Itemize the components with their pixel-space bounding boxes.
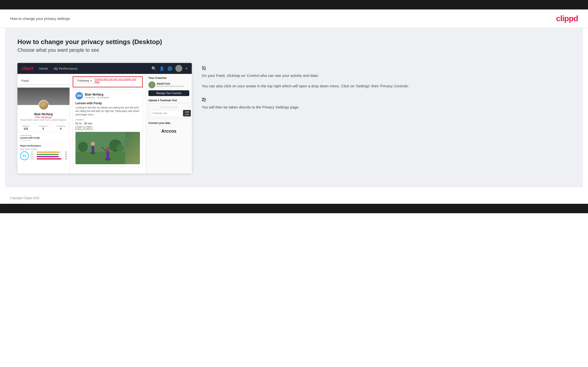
- bar-putt-fill: [37, 158, 61, 159]
- stat-activities: Activities 131: [22, 125, 30, 130]
- trackman-input[interactable]: [151, 110, 182, 116]
- app-feed: Following ▼ Control who can see your act…: [70, 74, 146, 173]
- player-performance: Player Performance Total Player Quality …: [17, 143, 69, 162]
- score-row: 92 OTT 90 APP: [20, 151, 67, 160]
- coach-club: ● Royal North Devon Golf Club: [157, 85, 184, 87]
- bar-app-track: [37, 154, 62, 155]
- stat-activities-value: 131: [22, 127, 30, 130]
- footer: Copyright Clippd 2022: [0, 192, 588, 204]
- bar-putt-label: PUTT: [30, 158, 36, 160]
- page-heading: How to change your privacy settings (Des…: [17, 38, 571, 46]
- step-2-text: You will then be taken directly to the P…: [202, 104, 571, 110]
- trackman-placeholder: Trackman Link: [151, 105, 187, 108]
- bar-arg: ARG 86: [30, 156, 67, 157]
- bottom-bar: [0, 204, 588, 213]
- coach-club-dot: ●: [157, 85, 158, 87]
- dropdown-icon: ▼: [90, 80, 92, 82]
- upload-title: Upload a Trackman Test: [148, 99, 189, 102]
- arccos-logo: Arccos: [148, 126, 189, 137]
- bar-ott-fill: [37, 152, 60, 153]
- bar-arg-track: [37, 156, 62, 157]
- bar-ott-value: 90: [63, 151, 67, 153]
- bar-arg-label: ARG: [30, 156, 36, 157]
- svg-point-10: [106, 147, 110, 152]
- post-header: BM Blair McHarg Yesterday · Sunningdale: [75, 92, 140, 100]
- step-1-number: 1): [202, 65, 571, 71]
- step-2-number: 2): [202, 97, 571, 102]
- bar-ott-track: [37, 152, 62, 153]
- content-layout: clippd Home My Performance 🔍 👤 🌐 ▼ Feed: [17, 63, 571, 173]
- stat-following: Following 4: [57, 125, 65, 130]
- bar-app-label: APP: [30, 154, 36, 155]
- app-screenshot: clippd Home My Performance 🔍 👤 🌐 ▼ Feed: [17, 63, 192, 173]
- stat-followers: Followers 3: [39, 125, 47, 130]
- profile-subtitle: Plus Handicap: [17, 116, 69, 119]
- post-tags: OTT APP: [75, 126, 140, 130]
- bar-arg-value: 86: [63, 156, 67, 157]
- bar-app: APP 85: [30, 154, 67, 155]
- player-quality-score: 92: [20, 151, 29, 160]
- post-duration-value: 01 hr : 30 min: [75, 122, 140, 125]
- add-link-button[interactable]: Add Link: [183, 110, 191, 116]
- svg-point-2: [78, 142, 88, 152]
- latest-activity-value: Lesson with Fordy: [20, 137, 67, 139]
- post-image: [75, 132, 140, 164]
- post-avatar: BM: [75, 92, 83, 100]
- profile-avatar: [39, 100, 49, 110]
- connect-title: Connect your data: [148, 122, 189, 124]
- coach-avatar: [148, 81, 155, 88]
- nav-right: 🔍 👤 🌐 ▼: [151, 65, 188, 72]
- bar-app-fill: [37, 154, 59, 155]
- golf-image-svg: [75, 132, 125, 164]
- player-perf-subtitle: Total Player Quality: [20, 148, 67, 150]
- post-meta: Yesterday · Sunningdale: [85, 96, 109, 99]
- profile-banner: [17, 88, 69, 105]
- app-body: Feed Blair McHarg Plus Handicap Royal No…: [17, 74, 192, 173]
- feed-post: BM Blair McHarg Yesterday · Sunningdale …: [73, 89, 143, 167]
- logo: clippd: [556, 14, 578, 23]
- user-icon: 👤: [159, 66, 164, 71]
- post-user-info: Blair McHarg Yesterday · Sunningdale: [85, 93, 109, 99]
- coach-name: David Ford: [157, 82, 184, 85]
- stat-activities-label: Activities: [22, 125, 30, 127]
- post-duration-label: Duration: [75, 118, 140, 121]
- feed-highlight-box: Following ▼ Control who can see your act…: [73, 76, 143, 87]
- globe-icon: 🌐: [167, 66, 172, 71]
- user-avatar: [175, 65, 182, 72]
- post-username: Blair McHarg: [85, 93, 109, 96]
- tag-app: APP: [84, 126, 92, 130]
- latest-activity-label: Latest Activity: [20, 134, 67, 137]
- step-1: 1) On your Feed, click/tap on 'Control w…: [202, 65, 571, 89]
- bar-putt-value: 96: [63, 158, 67, 160]
- following-button[interactable]: Following ▼: [75, 78, 95, 83]
- bar-arg-fill: [37, 156, 59, 157]
- coach-club-name: Royal North Devon Golf Club: [159, 85, 184, 87]
- nav-my-performance: My Performance: [54, 67, 77, 70]
- stat-following-value: 4: [57, 127, 65, 130]
- bar-putt-track: [37, 158, 62, 159]
- control-link[interactable]: Control who can see your activity and da…: [95, 78, 141, 83]
- post-title: Lesson with Fordy: [75, 102, 140, 105]
- coaches-title: Your Coaches: [148, 76, 189, 79]
- svg-point-4: [117, 144, 124, 152]
- coach-item: David Ford ● Royal North Devon Golf Club: [148, 81, 189, 88]
- copyright: Copyright Clippd 2022: [10, 196, 40, 200]
- main-content: How to change your privacy settings (Des…: [5, 28, 583, 187]
- profile-club: Royal North Devon Golf Club, United King…: [17, 119, 69, 121]
- stat-followers-value: 3: [39, 127, 47, 130]
- trackman-input-row: Add Link: [151, 110, 187, 116]
- chevron-down-icon: ▼: [185, 67, 188, 70]
- feed-header: Following ▼ Control who can see your act…: [75, 78, 141, 83]
- avatar-image: [39, 101, 48, 109]
- search-icon: 🔍: [151, 66, 156, 71]
- app-right-panel: Your Coaches David Ford ● Royal North De…: [146, 74, 192, 173]
- manage-coaches-button[interactable]: Manage Your Coaches: [148, 90, 189, 96]
- page-subheading: Choose what you want people to see: [17, 47, 571, 53]
- svg-rect-9: [106, 151, 109, 159]
- score-bars: OTT 90 APP: [30, 151, 67, 160]
- svg-rect-1: [75, 152, 125, 164]
- following-label: Following: [77, 79, 89, 82]
- bar-ott: OTT 90: [30, 151, 67, 153]
- coach-info: David Ford ● Royal North Devon Golf Club: [157, 82, 184, 87]
- bar-putt: PUTT 96: [30, 158, 67, 160]
